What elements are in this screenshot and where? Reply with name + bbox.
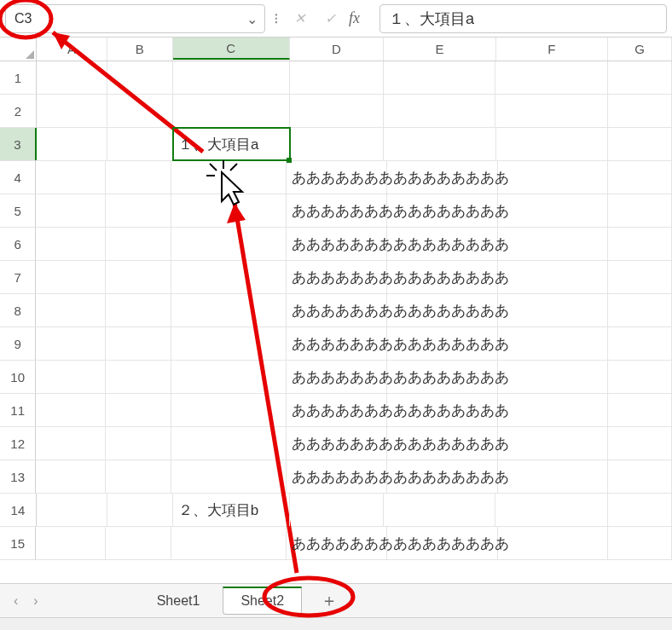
name-box[interactable]: C3 ⌄ bbox=[5, 4, 265, 33]
add-sheet-button[interactable]: ＋ bbox=[307, 589, 351, 612]
row-header[interactable]: 5 bbox=[0, 194, 36, 227]
cell[interactable] bbox=[36, 527, 106, 559]
cell[interactable] bbox=[36, 261, 106, 293]
cell[interactable]: あああああああああああああああ bbox=[287, 427, 387, 459]
cell[interactable] bbox=[498, 161, 609, 194]
row-header[interactable]: 3 bbox=[0, 128, 37, 160]
cell[interactable] bbox=[608, 294, 672, 327]
cell[interactable] bbox=[608, 327, 672, 360]
cell[interactable]: あああああああああああああああ bbox=[287, 161, 387, 194]
cell[interactable] bbox=[173, 95, 290, 127]
cell[interactable] bbox=[171, 460, 287, 493]
cancel-button[interactable]: ✕ bbox=[287, 7, 311, 31]
row-header[interactable]: 1 bbox=[0, 61, 37, 94]
cell[interactable] bbox=[495, 494, 607, 526]
cell[interactable] bbox=[106, 460, 171, 493]
row-header[interactable]: 14 bbox=[0, 494, 37, 526]
cell[interactable] bbox=[498, 460, 609, 493]
spreadsheet-grid[interactable]: A B C D E F G 123１、大項目a4あああああああああああああああ5… bbox=[0, 38, 672, 583]
cell[interactable] bbox=[37, 128, 107, 160]
row-header[interactable]: 11 bbox=[0, 394, 36, 426]
cell[interactable] bbox=[106, 228, 171, 260]
cell[interactable]: あああああああああああああああ bbox=[287, 327, 387, 360]
cell[interactable] bbox=[171, 427, 287, 459]
cell[interactable] bbox=[106, 394, 171, 426]
cell[interactable] bbox=[171, 527, 287, 559]
row-header[interactable]: 15 bbox=[0, 527, 36, 559]
col-header-b[interactable]: B bbox=[107, 38, 173, 61]
cell[interactable]: あああああああああああああああ bbox=[287, 194, 387, 227]
cell[interactable] bbox=[37, 95, 107, 127]
enter-button[interactable]: ✓ bbox=[318, 7, 342, 31]
cell[interactable] bbox=[290, 61, 385, 94]
cell[interactable] bbox=[498, 194, 609, 227]
cell[interactable] bbox=[608, 128, 672, 160]
chevron-down-icon[interactable]: ⌄ bbox=[246, 10, 258, 26]
cell[interactable] bbox=[106, 294, 171, 327]
cell[interactable] bbox=[36, 161, 106, 194]
sheet-nav-right-icon[interactable]: › bbox=[28, 593, 43, 609]
cell[interactable] bbox=[498, 394, 609, 426]
cell[interactable] bbox=[608, 95, 672, 127]
cell[interactable] bbox=[37, 494, 107, 526]
cell[interactable] bbox=[107, 61, 173, 94]
cell[interactable] bbox=[290, 494, 385, 526]
row-header[interactable]: 4 bbox=[0, 161, 36, 194]
cell[interactable] bbox=[384, 95, 495, 127]
cell[interactable] bbox=[107, 128, 173, 160]
row-header[interactable]: 13 bbox=[0, 460, 36, 493]
cell[interactable] bbox=[496, 128, 608, 160]
cell[interactable]: あああああああああああああああ bbox=[287, 527, 387, 559]
cell[interactable] bbox=[384, 61, 495, 94]
cell[interactable] bbox=[36, 327, 106, 360]
cell[interactable] bbox=[171, 261, 287, 293]
cell[interactable] bbox=[608, 394, 672, 426]
cell[interactable] bbox=[171, 294, 287, 327]
cell[interactable] bbox=[106, 527, 171, 559]
insert-function-button[interactable]: fx bbox=[349, 9, 373, 27]
cell[interactable] bbox=[171, 361, 287, 393]
cell[interactable] bbox=[608, 494, 672, 526]
cell[interactable]: あああああああああああああああ bbox=[287, 261, 387, 293]
cell[interactable] bbox=[106, 427, 171, 459]
cell[interactable] bbox=[608, 427, 672, 459]
cell[interactable] bbox=[498, 361, 609, 393]
cell[interactable] bbox=[495, 95, 607, 127]
cell[interactable] bbox=[171, 228, 287, 260]
cell[interactable]: １、大項目a bbox=[173, 128, 290, 160]
cell[interactable] bbox=[107, 494, 173, 526]
cell[interactable]: ２、大項目b bbox=[173, 494, 290, 526]
cell[interactable]: あああああああああああああああ bbox=[287, 361, 387, 393]
formula-input[interactable]: １、大項目a bbox=[379, 4, 667, 33]
cell[interactable] bbox=[498, 261, 609, 293]
cell[interactable] bbox=[290, 128, 385, 160]
row-header[interactable]: 9 bbox=[0, 327, 36, 360]
cell[interactable] bbox=[106, 361, 171, 393]
col-header-d[interactable]: D bbox=[290, 38, 385, 61]
cell[interactable] bbox=[495, 61, 607, 94]
row-header[interactable]: 6 bbox=[0, 228, 36, 260]
cell[interactable] bbox=[498, 427, 609, 459]
cell[interactable] bbox=[608, 460, 672, 493]
cell[interactable] bbox=[106, 161, 171, 194]
cell[interactable] bbox=[498, 294, 609, 327]
cell[interactable] bbox=[290, 95, 385, 127]
row-header[interactable]: 12 bbox=[0, 427, 36, 459]
cell[interactable]: あああああああああああああああ bbox=[287, 394, 387, 426]
cell[interactable] bbox=[608, 228, 672, 260]
row-header[interactable]: 10 bbox=[0, 361, 36, 393]
cell[interactable] bbox=[106, 327, 171, 360]
row-header[interactable]: 7 bbox=[0, 261, 36, 293]
cell[interactable]: あああああああああああああああ bbox=[287, 228, 387, 260]
cell[interactable] bbox=[173, 61, 290, 94]
tab-sheet2[interactable]: Sheet2 bbox=[223, 587, 302, 615]
select-all-corner[interactable] bbox=[0, 38, 37, 61]
cell[interactable] bbox=[608, 61, 672, 94]
row-header[interactable]: 8 bbox=[0, 294, 36, 327]
cell[interactable] bbox=[498, 527, 609, 559]
col-header-e[interactable]: E bbox=[384, 38, 495, 61]
cell[interactable] bbox=[106, 194, 171, 227]
cell[interactable] bbox=[36, 427, 106, 459]
cell[interactable]: あああああああああああああああ bbox=[287, 294, 387, 327]
cell[interactable] bbox=[36, 294, 106, 327]
